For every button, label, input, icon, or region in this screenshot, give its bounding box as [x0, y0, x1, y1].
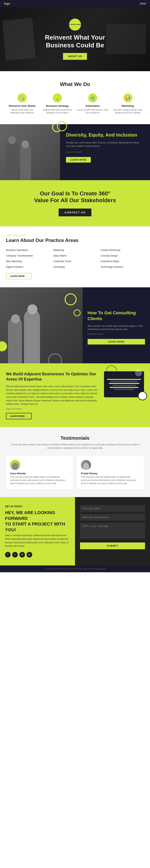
hero-section: COMPANY NAME Reinvent What YourBusiness …	[0, 7, 150, 71]
testimonial-card-1: Frank Kinney Proin sed libero velit veli…	[77, 456, 144, 489]
practice-item-3[interactable]: Company Transformation	[6, 254, 50, 258]
consulting-content: How To Get Consulting Clients Nibh venen…	[83, 287, 150, 363]
service-marketing-name: Marketing	[112, 104, 144, 107]
adjacent-source: Image from Freepik	[6, 408, 100, 410]
practice-item-2[interactable]: Product Bootcamp	[100, 248, 144, 252]
consulting-learn-button[interactable]: LEARN MORE	[88, 339, 145, 344]
message-input[interactable]	[80, 523, 145, 539]
touch-right: SUBMIT	[75, 497, 150, 565]
practice-item-0[interactable]: Business Operations	[6, 248, 50, 252]
consulting-source: Image from Freepik	[88, 333, 145, 335]
about-button[interactable]: ABOUT US	[63, 53, 87, 60]
twitter-icon[interactable]: t	[12, 552, 18, 557]
adjacent-learn-button[interactable]: LEARN MORE →	[6, 413, 32, 419]
marketing-icon: 📢	[123, 93, 132, 102]
diversity-learn-button[interactable]: LEARN MORE	[66, 157, 91, 162]
strategy-icon: 💡	[53, 93, 62, 102]
value-section: Our Goal Is To Create 360°Value For All …	[0, 180, 150, 226]
linkedin-icon[interactable]: in	[20, 552, 25, 557]
testimonial-cards: Cara Almeda Proin sed libero velit velit…	[6, 456, 144, 489]
company-logo: COMPANY NAME	[69, 19, 81, 31]
practice-cols: Business Operations Marketing Product Bo…	[6, 248, 144, 269]
practice-item-1[interactable]: Marketing	[53, 248, 97, 252]
what-we-do-section: What We Do 🔍 Research User Needs Discove…	[0, 71, 150, 124]
adjacent-text: Elit sed adipiscing elit at amet mauris.…	[6, 385, 100, 406]
email-input[interactable]	[80, 514, 145, 521]
adjacent-content: We Build Adjacent Businesses To Optimize…	[6, 371, 100, 419]
consulting-section: How To Get Consulting Clients Nibh venen…	[0, 287, 150, 363]
testimonial-name-0: Cara Almeda	[10, 472, 69, 475]
consulting-text: Nibh venenatis cras sed felis eget velit…	[88, 324, 145, 331]
diversity-source: Image from Freepik	[66, 151, 144, 153]
service-automation: ⚙️ Automation Launch an MVP with a best …	[77, 93, 109, 114]
footer: Copyright © 2023 built by Nest. Click to…	[0, 565, 150, 572]
social-icons: f t in ▶	[5, 552, 70, 557]
practice-item-10[interactable]: Consulting	[53, 265, 97, 269]
adjacent-title: We Build Adjacent Businesses To Optimize…	[6, 371, 100, 382]
service-research: 🔍 Research User Needs Discover pain poin…	[6, 93, 38, 114]
diversity-content: Diversity, Equity, And Inclusion Sample …	[60, 124, 150, 180]
testimonial-text-0: Proin sed libero velit velit facilitat m…	[10, 475, 69, 485]
service-strategy: 💡 Business Strategy Validate ideas with …	[41, 93, 73, 114]
nav-about[interactable]: About	[140, 2, 146, 5]
automation-icon: ⚙️	[88, 93, 97, 102]
service-strategy-desc: Validate ideas with an interactive proto…	[41, 108, 73, 114]
testimonial-name-1: Frank Kinney	[81, 472, 140, 475]
adjacent-section: We Build Adjacent Businesses To Optimize…	[0, 363, 150, 427]
testimonials-title: Testimonials	[6, 435, 144, 441]
testimonials-intro: Ut enim ad minim veniam, quis nostrud ex…	[6, 443, 144, 450]
avatar-1	[81, 460, 91, 470]
youtube-icon[interactable]: ▶	[27, 552, 32, 557]
diversity-image	[0, 124, 60, 180]
header: logo About	[0, 0, 150, 7]
diversity-circle-deco	[57, 121, 67, 131]
service-automation-desc: Launch an MVP with a best in class user …	[77, 108, 109, 114]
service-marketing: 📢 Marketing Become a category leader usi…	[112, 93, 144, 114]
facebook-icon[interactable]: f	[5, 552, 10, 557]
testimonials-section: Testimonials Ut enim ad minim veniam, qu…	[0, 427, 150, 497]
contact-button[interactable]: CONTACT US	[59, 209, 91, 216]
practice-item-9[interactable]: Digital Solutions	[6, 265, 50, 269]
services-grid: 🔍 Research User Needs Discover pain poin…	[6, 93, 144, 114]
touch-text: Diam ut volutpat scelerisque. Malesuada …	[5, 534, 70, 548]
testimonial-text-1: Proin sed libero velit velit facilitat m…	[81, 475, 140, 485]
practice-label: OUR SERVICES	[6, 234, 144, 237]
company-name: COMPANY NAME	[69, 24, 81, 25]
service-strategy-name: Business Strategy	[41, 104, 73, 107]
service-automation-name: Automation	[77, 104, 109, 107]
avatar-0	[10, 460, 20, 470]
value-title: Our Goal Is To Create 360°Value For All …	[6, 190, 144, 204]
practice-learn-button[interactable]: LEARN MORE →	[6, 273, 32, 279]
testimonial-card-0: Cara Almeda Proin sed libero velit velit…	[6, 456, 73, 489]
practice-item-11[interactable]: Technology Solutions	[100, 265, 144, 269]
practice-item-8[interactable]: Experience Maps	[100, 259, 144, 264]
submit-button[interactable]: SUBMIT	[80, 542, 145, 549]
practice-item-4[interactable]: Value Matrix	[53, 254, 97, 258]
diversity-title: Diversity, Equity, And Inclusion	[66, 132, 144, 138]
what-we-do-title: What We Do	[6, 81, 144, 87]
touch-label: GET IN TOUCH	[5, 505, 70, 508]
practice-areas-section: OUR SERVICES Learn About Our Practice Ar…	[0, 226, 150, 287]
get-in-touch-section: GET IN TOUCH HEY, WE ARE LOOKING FORWARD…	[0, 497, 150, 565]
diversity-section: Diversity, Equity, And Inclusion Sample …	[0, 124, 150, 180]
practice-item-6[interactable]: Idea Sketching	[6, 259, 50, 264]
diversity-text: Sample text. Lorem ipsum dolor sit amet,…	[66, 141, 144, 148]
touch-title: HEY, WE ARE LOOKING FORWARDTO START A PR…	[5, 510, 70, 533]
consulting-title: How To Get Consulting Clients	[88, 310, 145, 321]
practice-item-5[interactable]: Concept Design	[100, 254, 144, 258]
touch-left: GET IN TOUCH HEY, WE ARE LOOKING FORWARD…	[0, 497, 75, 565]
name-input[interactable]	[80, 505, 145, 512]
hero-title: Reinvent What YourBusiness Could Be	[45, 34, 105, 49]
practice-title: Learn About Our Practice Areas	[6, 238, 144, 243]
service-research-name: Research User Needs	[6, 104, 38, 107]
research-icon: 🔍	[18, 93, 27, 102]
service-research-desc: Discover pain points and understand user…	[6, 108, 38, 114]
footer-text: Copyright © 2023 built by Nest. Click to…	[4, 568, 146, 570]
service-marketing-desc: Become a category leader using designers…	[112, 108, 144, 114]
consulting-image	[0, 287, 83, 363]
logo: logo	[4, 2, 10, 5]
adjacent-image	[104, 371, 144, 397]
practice-item-7[interactable]: Corporate Travel	[53, 259, 97, 264]
